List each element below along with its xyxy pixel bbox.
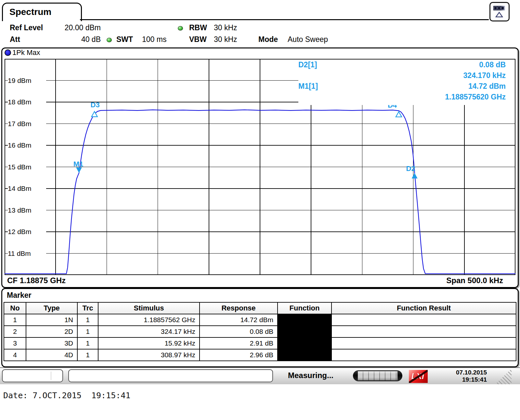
readout-marker-name: D2[1] [298,59,317,70]
table-cell: 2.91 dB [200,337,278,349]
table-cell: 1 [77,337,98,349]
span-label[interactable]: Span 500.0 kHz [421,276,503,285]
att-value[interactable]: 40 dB [58,35,101,44]
table-row[interactable]: 22D1324.17 kHz0.08 dB [4,326,516,337]
readout-value: 14.72 dBm [468,81,506,92]
header-divider [80,19,489,20]
marker-table-panel: Marker NoTypeTrcStimulusResponseFunction… [1,288,519,367]
marker-label-d2[interactable]: D2 [406,164,415,173]
status-datetime: 07.10.2015 19:15:41 [439,369,487,383]
swt-label: SWT [116,35,133,44]
readout-value: 0.08 dB [479,59,506,70]
function-cell-redacted [278,337,332,349]
swt-led-indicator [107,38,112,42]
rbw-label: RBW [189,23,207,32]
column-header: Type [26,302,77,314]
rbw-field[interactable]: RBW [189,23,207,32]
mode-field[interactable]: Mode [258,35,278,44]
field-divider [51,372,51,380]
screenshot-date-line: Date: 7.OCT.2015 19:15:41 [3,391,130,400]
table-cell [332,314,516,326]
marker-panel-title: Marker [7,291,31,300]
y-axis-label: 15 dBm [8,163,46,171]
marker-readout: D2[1]0.08 dB324.170 kHzM1[1]14.72 dBm1.1… [298,59,515,105]
mode-value[interactable]: Auto Sweep [288,35,328,44]
display-layout-button[interactable] [489,2,510,21]
y-axis-label: 12 dBm [8,228,46,236]
swt-value[interactable]: 100 ms [142,35,166,44]
tab-spectrum[interactable]: Spectrum [2,3,82,21]
column-header: Function [278,302,332,314]
table-row[interactable]: 33D115.92 kHz2.91 dB [4,337,516,349]
readout-row: 1.188575620 GHz [298,92,515,102]
table-cell: 2D [26,326,77,337]
center-frequency-label[interactable]: CF 1.18875 GHz [7,276,66,285]
softkey-field-2[interactable] [68,369,273,382]
column-header: Function Result [332,302,516,314]
vbw-value[interactable]: 30 kHz [214,35,237,44]
y-axis-label: 17 dBm [8,120,46,128]
vbw-field[interactable]: VBW [189,35,207,44]
ref-level-value[interactable]: 20.00 dBm [58,23,101,32]
table-cell: 3 [4,337,26,349]
y-axis-label: 18 dBm [8,98,46,106]
column-header: Response [200,302,278,314]
status-bar: Measuring... LXI 07.10.2015 19:15:41 [0,367,520,384]
y-axis-label: 19 dBm [8,76,46,85]
mode-label: Mode [258,35,278,44]
column-header: No [4,302,26,314]
marker-label-d3[interactable]: D3 [91,101,100,109]
table-cell: 1.18857562 GHz [98,314,200,326]
table-cell [332,349,516,361]
trace1-color-dot [5,49,11,56]
column-header: Stimulus [98,302,200,314]
trace-bar-icon [493,6,505,10]
trace1-legend[interactable]: 1Pk Max [12,48,40,57]
softkey-field-1[interactable] [2,369,63,382]
column-header: Trc [77,302,98,314]
swt-field[interactable]: SWT [116,35,133,44]
marker-m1[interactable] [76,167,82,173]
function-cell-redacted [278,349,332,361]
readout-marker-name: M1[1] [298,81,318,92]
table-cell: 4D [26,349,77,361]
measuring-status-label: Measuring... [288,371,333,380]
table-cell: 1 [4,314,26,326]
table-cell: 308.97 kHz [98,349,200,361]
table-cell: 14.72 dBm [200,314,278,326]
att-field[interactable]: Att [10,35,20,44]
table-cell: 4 [4,349,26,361]
marker-table: NoTypeTrcStimulusResponseFunctionFunctio… [4,302,516,361]
lxi-status-icon[interactable]: LXI [409,370,428,383]
table-cell [332,326,516,337]
resize-grip[interactable] [495,369,512,384]
marker-triangle-icon [495,12,503,18]
ref-level-field[interactable]: Ref Level [10,23,43,32]
table-row[interactable]: 11N11.18857562 GHz14.72 dBm [4,314,516,326]
rbw-value[interactable]: 30 kHz [214,23,237,32]
marker-table-header: NoTypeTrcStimulusResponseFunctionFunctio… [4,302,516,314]
table-cell: 2.96 dB [200,349,278,361]
table-cell: 1 [77,314,98,326]
marker-d2[interactable] [412,173,418,178]
readout-value: 1.188575620 GHz [445,92,506,102]
ref-level-label: Ref Level [10,23,43,32]
table-cell: 2 [4,326,26,337]
table-cell: 0.08 dB [200,326,278,337]
readout-row: D2[1]0.08 dB [298,59,515,70]
tab-spectrum-label: Spectrum [3,4,81,17]
att-label: Att [10,35,20,44]
y-axis-label: 11 dBm [8,249,46,258]
vbw-label: VBW [189,35,207,44]
y-axis-label: 13 dBm [8,206,46,215]
table-cell: 1N [26,314,77,326]
table-cell: 15.92 kHz [98,337,200,349]
table-row[interactable]: 44D1308.97 kHz2.96 dB [4,349,516,361]
readout-value: 324.170 kHz [463,70,506,81]
function-cell-redacted [278,314,332,326]
table-cell [332,337,516,349]
marker-d4[interactable] [396,112,402,117]
y-axis-label: 14 dBm [8,184,46,193]
marker-label-m1[interactable]: M1 [73,160,84,168]
status-date: 07.10.2015 [439,369,487,376]
